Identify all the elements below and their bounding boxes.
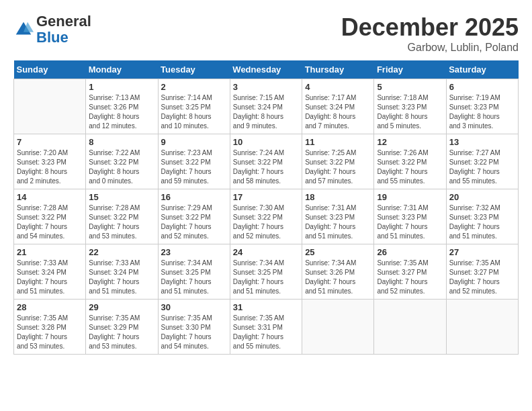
- day-number: 31: [233, 302, 299, 312]
- calendar-cell: 4Sunrise: 7:17 AM Sunset: 3:24 PM Daylig…: [302, 79, 374, 134]
- calendar-cell: 21Sunrise: 7:33 AM Sunset: 3:24 PM Dayli…: [14, 244, 86, 300]
- calendar-cell: 30Sunrise: 7:35 AM Sunset: 3:30 PM Dayli…: [158, 300, 230, 355]
- day-number: 1: [89, 82, 154, 92]
- logo-blue: Blue: [36, 30, 91, 46]
- day-info: Sunrise: 7:31 AM Sunset: 3:23 PM Dayligh…: [377, 203, 443, 241]
- calendar-cell: 25Sunrise: 7:34 AM Sunset: 3:26 PM Dayli…: [302, 244, 374, 300]
- day-info: Sunrise: 7:28 AM Sunset: 3:22 PM Dayligh…: [89, 203, 154, 241]
- day-info: Sunrise: 7:26 AM Sunset: 3:22 PM Dayligh…: [377, 148, 443, 186]
- day-number: 27: [449, 247, 515, 257]
- calendar-cell: 27Sunrise: 7:35 AM Sunset: 3:27 PM Dayli…: [446, 244, 518, 300]
- calendar-table: SundayMondayTuesdayWednesdayThursdayFrid…: [13, 60, 519, 355]
- calendar-cell: [374, 300, 446, 355]
- calendar-cell: 17Sunrise: 7:30 AM Sunset: 3:22 PM Dayli…: [230, 189, 302, 244]
- page-header: General Blue December 2025 Garbow, Lubli…: [13, 13, 519, 54]
- day-number: 17: [233, 192, 299, 202]
- day-info: Sunrise: 7:35 AM Sunset: 3:27 PM Dayligh…: [449, 259, 515, 296]
- day-number: 8: [89, 137, 154, 147]
- day-info: Sunrise: 7:35 AM Sunset: 3:31 PM Dayligh…: [233, 314, 299, 351]
- calendar-cell: 23Sunrise: 7:34 AM Sunset: 3:25 PM Dayli…: [158, 244, 230, 300]
- day-number: 3: [233, 82, 299, 92]
- day-number: 9: [161, 137, 227, 147]
- day-number: 21: [17, 247, 83, 257]
- day-number: 6: [449, 82, 515, 92]
- weekday-saturday: Saturday: [446, 60, 518, 79]
- calendar-week-4: 21Sunrise: 7:33 AM Sunset: 3:24 PM Dayli…: [14, 244, 519, 300]
- day-info: Sunrise: 7:24 AM Sunset: 3:22 PM Dayligh…: [233, 148, 299, 186]
- calendar-cell: 10Sunrise: 7:24 AM Sunset: 3:22 PM Dayli…: [230, 134, 302, 189]
- calendar-cell: [302, 300, 374, 355]
- day-info: Sunrise: 7:35 AM Sunset: 3:29 PM Dayligh…: [89, 314, 154, 351]
- calendar-week-2: 7Sunrise: 7:20 AM Sunset: 3:23 PM Daylig…: [14, 134, 519, 189]
- day-info: Sunrise: 7:25 AM Sunset: 3:22 PM Dayligh…: [305, 148, 371, 186]
- weekday-sunday: Sunday: [14, 60, 86, 79]
- calendar-cell: 2Sunrise: 7:14 AM Sunset: 3:25 PM Daylig…: [158, 79, 230, 134]
- day-number: 10: [233, 137, 299, 147]
- calendar-cell: 9Sunrise: 7:23 AM Sunset: 3:22 PM Daylig…: [158, 134, 230, 189]
- day-number: 23: [161, 247, 227, 257]
- day-info: Sunrise: 7:19 AM Sunset: 3:23 PM Dayligh…: [449, 93, 515, 131]
- calendar-cell: 11Sunrise: 7:25 AM Sunset: 3:22 PM Dayli…: [302, 134, 374, 189]
- calendar-cell: 15Sunrise: 7:28 AM Sunset: 3:22 PM Dayli…: [86, 189, 158, 244]
- calendar-cell: 22Sunrise: 7:33 AM Sunset: 3:24 PM Dayli…: [86, 244, 158, 300]
- calendar-cell: 6Sunrise: 7:19 AM Sunset: 3:23 PM Daylig…: [446, 79, 518, 134]
- calendar-cell: [446, 300, 518, 355]
- day-number: 15: [89, 192, 154, 202]
- calendar-cell: 7Sunrise: 7:20 AM Sunset: 3:23 PM Daylig…: [14, 134, 86, 189]
- weekday-tuesday: Tuesday: [158, 60, 230, 79]
- day-number: 26: [377, 247, 443, 257]
- calendar-cell: 18Sunrise: 7:31 AM Sunset: 3:23 PM Dayli…: [302, 189, 374, 244]
- day-number: 30: [161, 302, 227, 312]
- calendar-cell: 5Sunrise: 7:18 AM Sunset: 3:23 PM Daylig…: [374, 79, 446, 134]
- day-info: Sunrise: 7:32 AM Sunset: 3:23 PM Dayligh…: [449, 203, 515, 241]
- day-info: Sunrise: 7:35 AM Sunset: 3:27 PM Dayligh…: [377, 259, 443, 296]
- calendar-week-5: 28Sunrise: 7:35 AM Sunset: 3:28 PM Dayli…: [14, 300, 519, 355]
- calendar-cell: 3Sunrise: 7:15 AM Sunset: 3:24 PM Daylig…: [230, 79, 302, 134]
- day-info: Sunrise: 7:33 AM Sunset: 3:24 PM Dayligh…: [17, 259, 83, 296]
- day-info: Sunrise: 7:30 AM Sunset: 3:22 PM Dayligh…: [233, 203, 299, 241]
- day-number: 19: [377, 192, 443, 202]
- calendar-week-3: 14Sunrise: 7:28 AM Sunset: 3:22 PM Dayli…: [14, 189, 519, 244]
- day-number: 20: [449, 192, 515, 202]
- day-number: 11: [305, 137, 371, 147]
- day-number: 22: [89, 247, 154, 257]
- day-number: 4: [305, 82, 371, 92]
- day-info: Sunrise: 7:34 AM Sunset: 3:25 PM Dayligh…: [233, 259, 299, 296]
- day-number: 29: [89, 302, 154, 312]
- day-info: Sunrise: 7:22 AM Sunset: 3:22 PM Dayligh…: [89, 148, 154, 186]
- day-info: Sunrise: 7:15 AM Sunset: 3:24 PM Dayligh…: [233, 93, 299, 131]
- day-number: 16: [161, 192, 227, 202]
- calendar-cell: 12Sunrise: 7:26 AM Sunset: 3:22 PM Dayli…: [374, 134, 446, 189]
- day-info: Sunrise: 7:33 AM Sunset: 3:24 PM Dayligh…: [89, 259, 154, 296]
- calendar-cell: 16Sunrise: 7:29 AM Sunset: 3:22 PM Dayli…: [158, 189, 230, 244]
- day-info: Sunrise: 7:28 AM Sunset: 3:22 PM Dayligh…: [17, 203, 83, 241]
- day-info: Sunrise: 7:23 AM Sunset: 3:22 PM Dayligh…: [161, 148, 227, 186]
- logo-icon: [13, 19, 34, 40]
- calendar-body: 1Sunrise: 7:13 AM Sunset: 3:26 PM Daylig…: [14, 79, 519, 355]
- day-info: Sunrise: 7:14 AM Sunset: 3:25 PM Dayligh…: [161, 93, 227, 131]
- weekday-wednesday: Wednesday: [230, 60, 302, 79]
- day-info: Sunrise: 7:13 AM Sunset: 3:26 PM Dayligh…: [89, 93, 154, 131]
- day-info: Sunrise: 7:29 AM Sunset: 3:22 PM Dayligh…: [161, 203, 227, 241]
- day-number: 12: [377, 137, 443, 147]
- location: Garbow, Lublin, Poland: [341, 42, 519, 54]
- calendar-cell: 31Sunrise: 7:35 AM Sunset: 3:31 PM Dayli…: [230, 300, 302, 355]
- day-info: Sunrise: 7:20 AM Sunset: 3:23 PM Dayligh…: [17, 148, 83, 186]
- day-info: Sunrise: 7:35 AM Sunset: 3:30 PM Dayligh…: [161, 314, 227, 351]
- day-number: 24: [233, 247, 299, 257]
- day-number: 18: [305, 192, 371, 202]
- month-title: December 2025: [341, 13, 519, 42]
- calendar-cell: 1Sunrise: 7:13 AM Sunset: 3:26 PM Daylig…: [86, 79, 158, 134]
- day-info: Sunrise: 7:34 AM Sunset: 3:25 PM Dayligh…: [161, 259, 227, 296]
- calendar-week-1: 1Sunrise: 7:13 AM Sunset: 3:26 PM Daylig…: [14, 79, 519, 134]
- calendar-cell: 26Sunrise: 7:35 AM Sunset: 3:27 PM Dayli…: [374, 244, 446, 300]
- weekday-monday: Monday: [86, 60, 158, 79]
- day-number: 13: [449, 137, 515, 147]
- logo: General Blue: [13, 13, 91, 46]
- day-info: Sunrise: 7:17 AM Sunset: 3:24 PM Dayligh…: [305, 93, 371, 131]
- weekday-header-row: SundayMondayTuesdayWednesdayThursdayFrid…: [14, 60, 519, 79]
- day-info: Sunrise: 7:31 AM Sunset: 3:23 PM Dayligh…: [305, 203, 371, 241]
- calendar-cell: 29Sunrise: 7:35 AM Sunset: 3:29 PM Dayli…: [86, 300, 158, 355]
- day-number: 14: [17, 192, 83, 202]
- weekday-thursday: Thursday: [302, 60, 374, 79]
